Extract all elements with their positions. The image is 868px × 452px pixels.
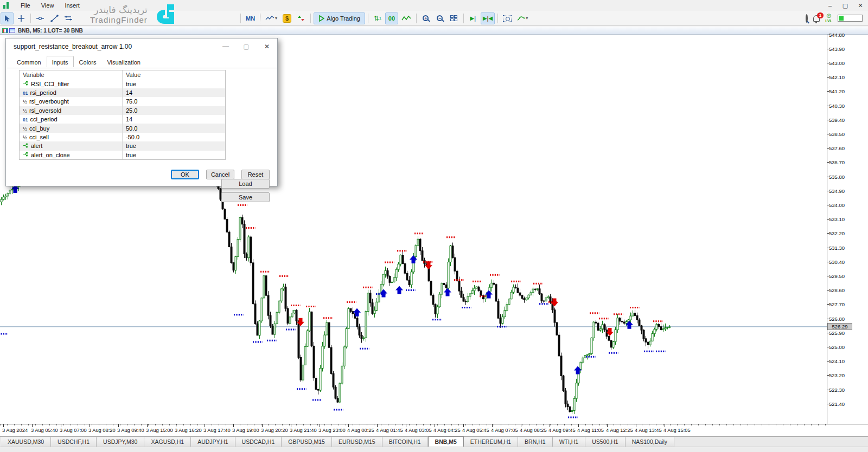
- param-row-alert_on_close[interactable]: alert_on_closetrue: [20, 151, 225, 159]
- symbol-tab-audjpy[interactable]: AUDJPY,H1: [191, 437, 235, 447]
- channel-tool-icon[interactable]: [62, 12, 75, 24]
- symbol-tab-bnb[interactable]: BNB,M5: [428, 436, 464, 447]
- zoom-in-icon[interactable]: +: [419, 12, 432, 24]
- chart-type-icon[interactable]: ▾: [263, 12, 279, 24]
- time-tick: [205, 424, 205, 427]
- bell-icon[interactable]: 1: [813, 15, 820, 22]
- reset-button[interactable]: Reset: [241, 170, 270, 179]
- symbol-tab-brn[interactable]: BRN,H1: [518, 437, 553, 447]
- dialog-tab-common[interactable]: Common: [11, 57, 47, 68]
- symbol-tab-eurusd[interactable]: EURUSD,M15: [332, 437, 382, 447]
- window-minimize-button[interactable]: –: [822, 1, 838, 10]
- param-value[interactable]: -50.0: [123, 134, 225, 140]
- param-value[interactable]: true: [123, 152, 225, 158]
- param-value[interactable]: true: [123, 81, 225, 87]
- symbol-tab-nas100[interactable]: NAS100,Daily: [626, 437, 674, 447]
- symbol-tab-xagusd[interactable]: XAGUSD,H1: [144, 437, 191, 447]
- cursor-icon[interactable]: [1, 12, 14, 24]
- zigzag-icon[interactable]: [399, 12, 413, 24]
- bool-type-icon: [23, 80, 29, 87]
- param-name: rsi_overbought: [29, 98, 69, 105]
- tick-00-button[interactable]: 00: [385, 12, 398, 24]
- hline-tool-icon[interactable]: [34, 12, 47, 24]
- timeframe-mn-button[interactable]: MN: [244, 12, 257, 24]
- dialog-tab-colors[interactable]: Colors: [74, 57, 102, 68]
- zoom-out-icon[interactable]: −: [433, 12, 446, 24]
- dbl-type-icon: ½: [23, 98, 27, 105]
- trendline-tool-icon[interactable]: [48, 12, 61, 24]
- time-axis-label: 4 Aug 11:05: [577, 428, 604, 433]
- param-row-rsi_overbought[interactable]: ½rsi_overbought75.0: [20, 97, 225, 106]
- dialog-minimize-button[interactable]: —: [215, 40, 236, 54]
- param-value[interactable]: true: [123, 143, 225, 149]
- new-order-icon[interactable]: [295, 12, 308, 24]
- dialog-tab-visualization[interactable]: Visualization: [101, 57, 146, 68]
- price-axis-label: 528.60: [829, 287, 867, 294]
- price-axis-label: 529.50: [829, 273, 867, 280]
- time-axis-label: 3 Aug 17:40: [203, 428, 231, 433]
- window-maximize-button[interactable]: ▢: [838, 1, 853, 10]
- symbol-tab-usdjpy[interactable]: USDJPY,M30: [97, 437, 144, 447]
- lvl-icon[interactable]: ☉LVL: [825, 14, 832, 23]
- battery-icon: [838, 15, 863, 22]
- param-value[interactable]: 50.0: [123, 125, 225, 132]
- dialog-close-icon[interactable]: ✕: [257, 40, 277, 54]
- param-row-alert[interactable]: alerttrue: [20, 141, 225, 150]
- cancel-button[interactable]: Cancel: [206, 170, 234, 179]
- symbol-tab-usdcad[interactable]: USDCAD,H1: [235, 437, 282, 447]
- param-row-cci_period[interactable]: 01cci_period14: [20, 115, 225, 124]
- price-axis-label: 543.00: [829, 60, 867, 67]
- param-row-RSI_CCI_filter[interactable]: RSI_CCI_filtertrue: [20, 79, 225, 88]
- dialog-maximize-button: ▢: [236, 40, 257, 54]
- symbol-tab-wti[interactable]: WTI,H1: [553, 437, 586, 447]
- time-axis-label: 3 Aug 2024: [2, 428, 28, 433]
- param-value[interactable]: 14: [123, 116, 225, 122]
- time-tick: [463, 424, 464, 427]
- param-row-rsi_oversold[interactable]: ½rsi_oversold25.0: [20, 106, 225, 115]
- symbol-tab-xauusd[interactable]: XAUUSD,M30: [1, 437, 51, 447]
- param-value[interactable]: 14: [123, 89, 225, 96]
- menu-file[interactable]: File: [15, 1, 36, 10]
- symbol-tab-ethereum[interactable]: ETHEREUM,H1: [464, 437, 518, 447]
- time-tick: [90, 424, 90, 427]
- time-tick: [3, 424, 4, 427]
- symbol-tab-gbpusd[interactable]: GBPUSD,M15: [282, 437, 332, 447]
- param-row-cci_sell[interactable]: ½cci_sell-50.0: [20, 133, 225, 141]
- param-row-rsi_period[interactable]: 01rsi_period14: [20, 88, 225, 97]
- load-button[interactable]: Load: [221, 179, 270, 189]
- save-button[interactable]: Save: [221, 192, 270, 202]
- int-type-icon: 01: [23, 89, 28, 96]
- parameters-table: VariableValueRSI_CCI_filtertrue01rsi_per…: [19, 70, 226, 160]
- shift-left-icon[interactable]: ▶|◀: [481, 12, 495, 24]
- menu-insert[interactable]: Insert: [59, 1, 85, 10]
- param-name: rsi_oversold: [29, 107, 61, 114]
- search-icon[interactable]: [806, 15, 808, 22]
- dollar-icon[interactable]: $: [280, 12, 293, 24]
- ok-button[interactable]: OK: [171, 170, 199, 179]
- menu-view[interactable]: View: [36, 1, 60, 10]
- price-axis-label: 543.90: [829, 46, 867, 53]
- crosshair-icon[interactable]: [15, 12, 28, 24]
- dialog-tab-inputs[interactable]: Inputs: [47, 56, 74, 67]
- param-name: cci_period: [30, 116, 57, 122]
- tick-arrows-icon[interactable]: ⇅1: [371, 12, 384, 24]
- dbl-type-icon: ½: [23, 107, 27, 114]
- param-value[interactable]: 75.0: [123, 98, 225, 105]
- shift-end-icon[interactable]: ▶|: [467, 12, 480, 24]
- param-value[interactable]: 25.0: [123, 107, 225, 114]
- column-variable: Variable: [20, 70, 123, 79]
- time-tick: [550, 424, 550, 427]
- symbol-tab-us500[interactable]: US500,H1: [585, 437, 625, 447]
- dialog-title: support_resistance_breakout_arrow 1.00: [14, 43, 132, 50]
- indicator-icon[interactable]: ▾: [515, 12, 530, 24]
- tile-windows-icon[interactable]: [448, 12, 461, 24]
- notification-badge: 1: [817, 12, 824, 18]
- algo-trading-button[interactable]: Algo Trading: [314, 12, 365, 24]
- mt5-window: File View Insert – ▢ ✕ MN: [0, 0, 868, 452]
- symbol-tab-bitcoin[interactable]: BITCOIN,H1: [382, 437, 428, 447]
- symbol-tab-usdchf[interactable]: USDCHF,H1: [51, 437, 97, 447]
- camera-icon[interactable]: [501, 12, 514, 24]
- time-tick: [406, 424, 406, 427]
- param-row-cci_buy[interactable]: ½cci_buy50.0: [20, 124, 225, 132]
- window-close-button[interactable]: ✕: [853, 1, 868, 10]
